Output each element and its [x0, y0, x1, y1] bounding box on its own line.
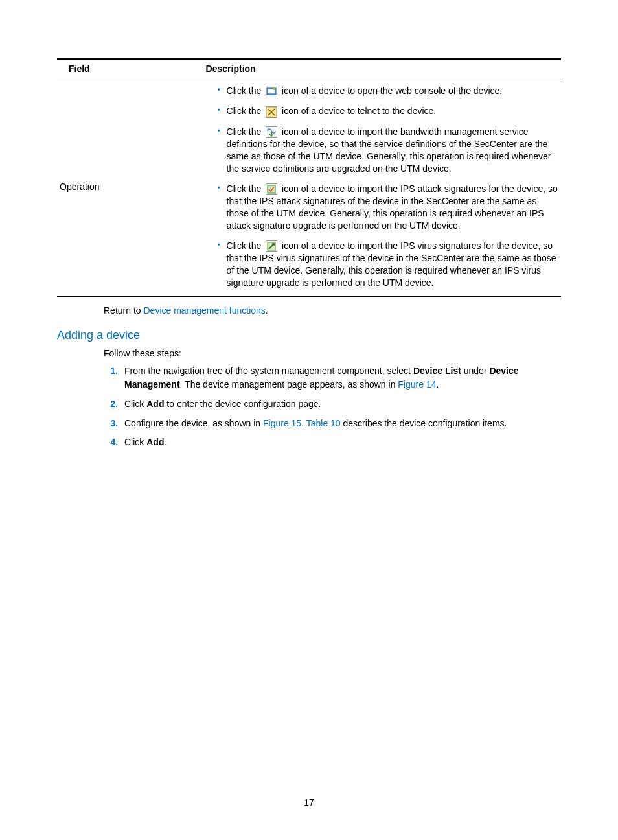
step-text: . The device management page appears, as… [180, 379, 398, 390]
table-header-field: Field [57, 60, 203, 78]
list-item: Click the icon of a device to import the… [218, 126, 558, 175]
svg-point-2 [273, 88, 275, 90]
telnet-icon [266, 106, 277, 118]
step-4: Click Add. [120, 436, 561, 450]
device-management-functions-link[interactable]: Device management functions [143, 305, 265, 316]
table-10-link[interactable]: Table 10 [306, 418, 341, 428]
reference-table: Field Description [57, 60, 561, 78]
step-text: . [164, 437, 166, 447]
step-bold: Add [146, 399, 164, 409]
import-bandwidth-icon [266, 126, 277, 138]
bullet-text-pre: Click the [227, 183, 264, 194]
field-cell-operation: Operation [57, 78, 203, 296]
return-to-prefix: Return to [104, 305, 143, 316]
step-bold: Add [146, 437, 164, 447]
step-text: under [461, 366, 490, 376]
section-heading-adding-device: Adding a device [57, 329, 561, 342]
step-text: . [301, 418, 306, 428]
page-number: 17 [0, 797, 618, 808]
step-1: From the navigation tree of the system m… [120, 364, 561, 392]
reference-table-body: Operation Click the icon of a device to … [57, 78, 561, 296]
import-ips-attack-icon [266, 183, 277, 195]
return-to-paragraph: Return to Device management functions. [104, 305, 561, 318]
list-item: Click the icon of a device to telnet to … [218, 105, 558, 117]
bullet-text-pre: Click the [227, 126, 264, 137]
step-text: describes the device configuration items… [341, 418, 507, 428]
bullet-text-post: icon of a device to open the web console… [279, 86, 502, 96]
list-item: Click the icon of a device to import the… [218, 183, 558, 232]
step-text: . [436, 379, 439, 390]
step-text: to enter the device configuration page. [164, 399, 321, 409]
operation-bullet-list: Click the icon of a device to open the w… [206, 85, 558, 289]
step-bold: Device List [413, 366, 461, 376]
description-cell: Click the icon of a device to open the w… [203, 78, 561, 296]
step-text: Configure the device, as shown in [124, 418, 263, 428]
import-ips-virus-icon [266, 240, 277, 252]
table-row: Operation Click the icon of a device to … [57, 78, 561, 296]
table-bottom-rule [57, 296, 561, 297]
bullet-text-pre: Click the [227, 240, 264, 251]
step-text: Click [124, 437, 146, 447]
step-3: Configure the device, as shown in Figure… [120, 417, 561, 431]
bullet-text-pre: Click the [227, 106, 264, 116]
return-to-suffix: . [266, 305, 268, 316]
step-2: Click Add to enter the device configurat… [120, 397, 561, 412]
table-header-description: Description [203, 60, 561, 78]
web-console-icon [266, 86, 277, 97]
svg-rect-4 [268, 185, 275, 193]
list-item: Click the icon of a device to open the w… [218, 85, 558, 97]
step-text: Click [124, 399, 146, 409]
steps-list: From the navigation tree of the system m… [104, 364, 561, 450]
step-text: From the navigation tree of the system m… [124, 366, 413, 376]
figure-14-link[interactable]: Figure 14 [398, 379, 436, 390]
bullet-text-post: icon of a device to telnet to the device… [279, 106, 436, 116]
figure-15-link[interactable]: Figure 15 [263, 418, 301, 428]
list-item: Click the icon of a device to import the… [218, 240, 558, 289]
intro-line: Follow these steps: [104, 347, 561, 360]
bullet-text-pre: Click the [227, 86, 264, 96]
